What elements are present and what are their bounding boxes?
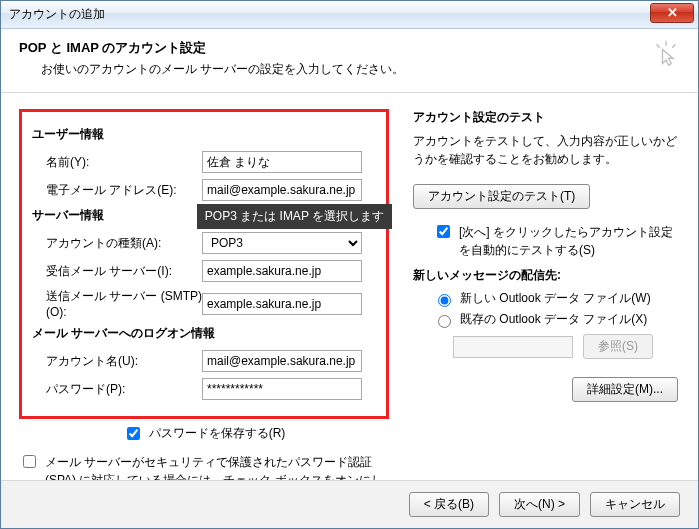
email-row: 電子メール アドレス(E):	[32, 179, 376, 201]
email-input[interactable]	[202, 179, 362, 201]
dialog-window: アカウントの追加 ✕ POP と IMAP のアカウント設定 お使いのアカウント…	[0, 0, 699, 529]
header-subtitle: お使いのアカウントのメール サーバーの設定を入力してください。	[19, 61, 404, 78]
remember-password-label: パスワードを保存する(R)	[149, 425, 286, 442]
window-title: アカウントの追加	[9, 6, 105, 23]
password-label: パスワード(P):	[32, 381, 202, 398]
auto-test-row: [次へ] をクリックしたらアカウント設定を自動的にテストする(S)	[413, 223, 680, 259]
auto-test-label: [次へ] をクリックしたらアカウント設定を自動的にテストする(S)	[459, 223, 680, 259]
account-type-select[interactable]: POP3	[202, 232, 362, 254]
name-row: 名前(Y):	[32, 151, 376, 173]
test-account-button[interactable]: アカウント設定のテスト(T)	[413, 184, 590, 209]
incoming-row: 受信メール サーバー(I):	[32, 260, 376, 282]
test-head: アカウント設定のテスト	[413, 109, 680, 126]
incoming-label: 受信メール サーバー(I):	[32, 263, 202, 280]
browse-button: 参照(S)	[583, 334, 653, 359]
next-button[interactable]: 次へ(N) >	[499, 492, 580, 517]
deliver-head: 新しいメッセージの配信先:	[413, 267, 680, 284]
highlighted-form: POP3 または IMAP を選択します ユーザー情報 名前(Y): 電子メール…	[19, 109, 389, 419]
spa-checkbox[interactable]	[23, 455, 36, 468]
incoming-input[interactable]	[202, 260, 362, 282]
back-button[interactable]: < 戻る(B)	[409, 492, 489, 517]
account-type-row: アカウントの種類(A): POP3	[32, 232, 376, 254]
advanced-button[interactable]: 詳細設定(M)...	[572, 377, 678, 402]
auto-test-checkbox[interactable]	[437, 225, 450, 238]
new-datafile-label: 新しい Outlook データ ファイル(W)	[460, 290, 651, 307]
remember-password-row: パスワードを保存する(R)	[19, 425, 389, 443]
browse-row: 参照(S)	[413, 334, 680, 359]
header-text: POP と IMAP のアカウント設定 お使いのアカウントのメール サーバーの設…	[19, 39, 404, 78]
account-type-tooltip: POP3 または IMAP を選択します	[197, 204, 392, 229]
cursor-icon	[652, 39, 680, 67]
existing-path-input	[453, 336, 573, 358]
username-input[interactable]	[202, 350, 362, 372]
password-input[interactable]	[202, 378, 362, 400]
advanced-row: 詳細設定(M)...	[413, 377, 680, 402]
username-label: アカウント名(U):	[32, 353, 202, 370]
outgoing-row: 送信メール サーバー (SMTP)(O):	[32, 288, 376, 319]
outgoing-label: 送信メール サーバー (SMTP)(O):	[32, 288, 202, 319]
password-row: パスワード(P):	[32, 378, 376, 400]
existing-datafile-radio[interactable]	[438, 315, 451, 328]
user-info-head: ユーザー情報	[32, 126, 376, 143]
email-label: 電子メール アドレス(E):	[32, 182, 202, 199]
close-button[interactable]: ✕	[650, 3, 694, 23]
right-column: アカウント設定のテスト アカウントをテストして、入力内容が正しいかどうかを確認す…	[413, 109, 680, 513]
new-datafile-row: 新しい Outlook データ ファイル(W)	[413, 290, 680, 307]
username-row: アカウント名(U):	[32, 350, 376, 372]
svg-line-1	[656, 44, 660, 48]
header-title: POP と IMAP のアカウント設定	[19, 39, 404, 57]
logon-info-head: メール サーバーへのログオン情報	[32, 325, 376, 342]
new-datafile-radio[interactable]	[438, 294, 451, 307]
svg-line-2	[672, 44, 676, 48]
existing-datafile-row: 既存の Outlook データ ファイル(X)	[413, 311, 680, 328]
close-icon: ✕	[667, 5, 678, 20]
outgoing-input[interactable]	[202, 293, 362, 315]
footer: < 戻る(B) 次へ(N) > キャンセル	[1, 480, 698, 528]
cancel-button[interactable]: キャンセル	[590, 492, 680, 517]
name-input[interactable]	[202, 151, 362, 173]
existing-datafile-label: 既存の Outlook データ ファイル(X)	[460, 311, 647, 328]
name-label: 名前(Y):	[32, 154, 202, 171]
header: POP と IMAP のアカウント設定 お使いのアカウントのメール サーバーの設…	[1, 29, 698, 93]
test-desc: アカウントをテストして、入力内容が正しいかどうかを確認することをお勧めします。	[413, 132, 680, 168]
remember-password-checkbox[interactable]	[127, 427, 140, 440]
content-area: POP3 または IMAP を選択します ユーザー情報 名前(Y): 電子メール…	[1, 93, 698, 513]
account-type-label: アカウントの種類(A):	[32, 235, 202, 252]
left-column: POP3 または IMAP を選択します ユーザー情報 名前(Y): 電子メール…	[19, 109, 389, 513]
titlebar: アカウントの追加 ✕	[1, 1, 698, 29]
